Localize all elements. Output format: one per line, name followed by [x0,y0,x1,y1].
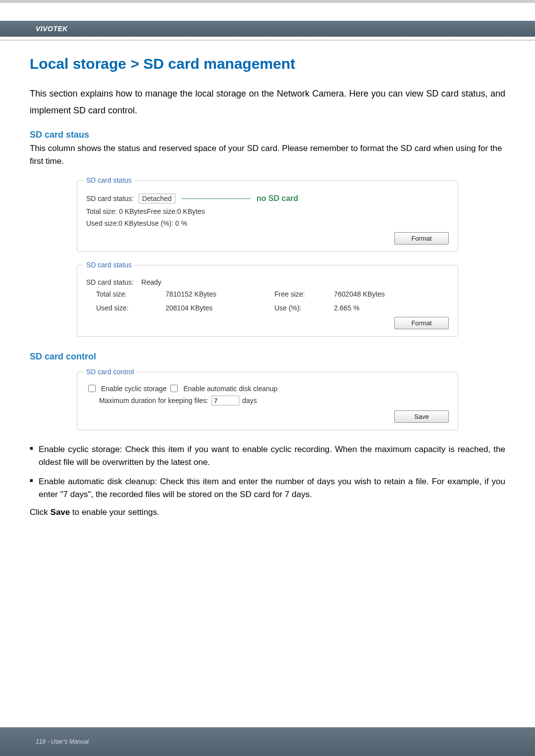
footer-text: 118 - User's Manual [36,738,89,745]
free-size-label: Free size: [274,290,334,298]
closing-post: to enable your settings. [70,507,160,517]
total-size-label: Total size: [96,290,165,298]
sd-status-panel-detached: SD card status SD card status: Detached … [77,180,458,252]
page-title: Local storage > SD card management [30,55,505,72]
status-value-ready: Ready [141,278,161,286]
no-sd-card-callout: no SD card [257,194,298,203]
max-duration-unit: days [242,397,257,404]
use-pct-label: Use (%): [274,304,334,312]
max-duration-label: Maximum duration for keeping files: [99,397,209,404]
closing-line: Click Save to enable your settings. [30,507,505,517]
panel-legend: SD card status [83,176,135,184]
used-size-value: 208104 KBytes [165,304,274,312]
top-grey-strip [0,0,535,3]
sizes-line: Total size: 0 KBytesFree size:0 KBytes [86,207,449,215]
brand-logo-text: VIVOTEK [36,25,68,33]
used-line: Used size:0 KBytesUse (%): 0 % [86,219,449,227]
sd-status-panel-ready: SD card status SD card status: Ready Tot… [77,265,458,337]
enable-automatic-disk-cleanup-checkbox[interactable] [170,385,178,392]
panel-legend: SD card control [83,368,137,376]
intro-paragraph: This section explains how to manage the … [30,85,505,119]
sd-card-control-heading: SD card control [30,352,505,362]
used-size-label: Used size: [96,304,165,312]
free-size-value: 7602048 KBytes [334,290,433,298]
sd-card-control-panel: SD card control Enable cyclic storage En… [77,372,458,430]
bullet-cyclic-storage: Enable cyclic storage: Check this item i… [30,443,505,468]
enable-automatic-disk-cleanup-label: Enable automatic disk cleanup [183,385,277,393]
format-button[interactable]: Format [394,317,449,329]
closing-pre: Click [30,507,51,517]
save-button[interactable]: Save [394,410,449,423]
sd-card-status-explain: This column shows the status and reserve… [30,142,505,167]
use-pct-value: 2.665 % [334,304,433,312]
bullet-auto-cleanup: Enable automatic disk cleanup: Check thi… [30,475,505,501]
footer-band: 118 - User's Manual [0,727,535,756]
max-duration-input[interactable] [212,396,239,405]
enable-cyclic-storage-label: Enable cyclic storage [101,385,166,393]
enable-cyclic-storage-checkbox[interactable] [88,385,96,392]
total-size-value: 7810152 KBytes [165,290,274,298]
format-button[interactable]: Format [394,232,449,245]
status-value-detached: Detached [139,194,175,203]
callout-line [181,199,251,199]
closing-bold: Save [51,507,70,517]
status-label: SD card status: [86,278,134,286]
sd-card-status-heading: SD card staus [30,130,505,140]
panel-legend: SD card status [83,261,135,269]
status-label: SD card status: [86,195,134,202]
header-band: VIVOTEK [0,21,535,37]
